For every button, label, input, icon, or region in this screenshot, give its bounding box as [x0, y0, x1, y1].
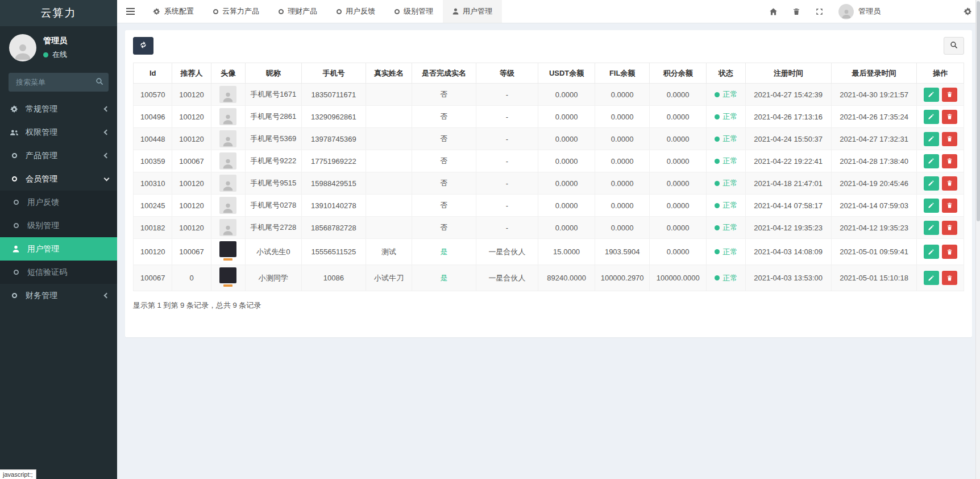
cell-register-time: 2021-04-12 19:35:23: [745, 217, 831, 239]
person-icon: [222, 201, 234, 214]
sidebar-item-user-feedback[interactable]: 用户反馈: [0, 191, 117, 214]
table-row: 100182100120 手机尾号272818568782728否-0.0000…: [134, 217, 964, 239]
refresh-button[interactable]: [133, 37, 153, 55]
row-actions: [924, 221, 957, 235]
cell-verified: 否: [412, 172, 476, 195]
delete-button[interactable]: [942, 154, 957, 168]
cell-referrer: 100120: [172, 128, 211, 150]
cell-register-time: 2021-04-14 07:58:17: [745, 195, 831, 217]
hamburger-menu-icon[interactable]: [117, 0, 143, 23]
table-record-summary: 显示第 1 到第 9 条记录，总共 9 条记录: [133, 300, 964, 311]
sidebar-item-level-management[interactable]: 级别管理: [0, 214, 117, 237]
cell-verified: 否: [412, 217, 476, 239]
edit-button[interactable]: [924, 221, 939, 235]
column-header-status: 状态: [707, 63, 745, 84]
cell-points-balance: 0.0000: [649, 239, 707, 265]
cell-real-name: [366, 128, 412, 150]
column-header-avatar: 头像: [211, 63, 245, 84]
cell-fil-balance: 0.0000: [595, 172, 650, 195]
circle-icon: [9, 153, 20, 158]
edit-button[interactable]: [924, 271, 939, 285]
sidebar-item-product-management[interactable]: 产品管理: [0, 144, 117, 167]
sidebar-submenu-member: 用户反馈 级别管理 用户管理 短信验证码: [0, 191, 117, 284]
cell-phone: 15988429515: [301, 172, 366, 195]
cell-status: 正常: [707, 172, 745, 195]
edit-button[interactable]: [924, 176, 939, 191]
circle-icon: [10, 200, 22, 205]
tab-cloud-power-products[interactable]: 云算力产品: [204, 0, 269, 23]
cell-points-balance: 0.0000: [649, 150, 707, 172]
tab-system-config[interactable]: 系统配置: [143, 0, 204, 23]
sidebar-item-general-management[interactable]: 常规管理: [0, 97, 117, 121]
column-header-fil-balance: FIL余额: [595, 63, 650, 84]
row-actions: [924, 132, 957, 146]
column-header-usdt-balance: USDT余额: [538, 63, 595, 84]
navbar-user-menu[interactable]: 管理员: [838, 4, 881, 19]
tab-user-feedback[interactable]: 用户反馈: [327, 0, 385, 23]
home-icon[interactable]: [769, 7, 778, 16]
delete-button[interactable]: [942, 176, 957, 191]
edit-button[interactable]: [924, 245, 939, 259]
cell-actions: [917, 195, 964, 217]
delete-button[interactable]: [942, 110, 957, 124]
sidebar-user-panel: 管理员 在线: [0, 26, 117, 68]
cell-actions: [917, 172, 964, 195]
delete-button[interactable]: [942, 271, 957, 285]
sidebar-item-permission-management[interactable]: 权限管理: [0, 121, 117, 144]
circle-icon: [9, 293, 20, 298]
fullscreen-icon[interactable]: [815, 7, 824, 16]
sidebar-item-sms-code[interactable]: 短信验证码: [0, 261, 117, 284]
status-label: 正常: [723, 178, 738, 188]
table-row: 100496100120 手机尾号286113290962861否-0.0000…: [134, 106, 964, 128]
sidebar-item-finance-management[interactable]: 财务管理: [0, 284, 117, 307]
user-icon: [10, 245, 22, 253]
cell-points-balance: 100000.0000: [649, 265, 707, 291]
cell-nickname: 小测同学: [246, 265, 302, 291]
status-badge: 正常: [715, 89, 738, 100]
edit-button[interactable]: [924, 199, 939, 213]
edit-button[interactable]: [924, 88, 939, 102]
cell-avatar: [211, 265, 245, 291]
cell-status: 正常: [707, 106, 745, 128]
tab-level-management[interactable]: 级别管理: [385, 0, 443, 23]
status-label: 正常: [723, 112, 738, 122]
sidebar-item-user-management[interactable]: 用户管理: [0, 237, 117, 261]
cell-usdt-balance: 0.0000: [538, 84, 595, 106]
cell-register-time: 2021-04-03 13:53:00: [745, 265, 831, 291]
refresh-icon: [139, 41, 147, 51]
edit-button[interactable]: [924, 154, 939, 168]
sidebar-search-input[interactable]: [9, 73, 109, 92]
status-dot-icon: [715, 92, 720, 97]
table-search-button[interactable]: [944, 37, 964, 55]
sidebar-item-member-management[interactable]: 会员管理: [0, 167, 117, 191]
cell-last-login-time: 2021-05-01 15:10:18: [831, 265, 917, 291]
user-table-card: Id 推荐人 头像 昵称 手机号 真实姓名 是否完成实名 等级 USDT余额 F…: [125, 30, 972, 337]
tab-wealth-products[interactable]: 理财产品: [269, 0, 327, 23]
scrollbar-thumb[interactable]: [977, 1, 980, 221]
cell-level: 一星合伙人: [476, 265, 538, 291]
status-badge: 正常: [715, 134, 738, 144]
cell-status: 正常: [707, 84, 745, 106]
cell-last-login-time: 2021-04-14 07:59:03: [831, 195, 917, 217]
trash-icon[interactable]: [792, 7, 800, 16]
cell-level: -: [476, 150, 538, 172]
cell-fil-balance: 0.0000: [595, 128, 650, 150]
settings-gears-icon[interactable]: [964, 7, 972, 16]
delete-button[interactable]: [942, 245, 957, 259]
user-avatar-placeholder: [219, 130, 236, 147]
status-badge: 正常: [715, 156, 738, 166]
sidebar-item-label: 级别管理: [27, 221, 59, 231]
delete-button[interactable]: [942, 221, 957, 235]
table-row: 100359100067 手机尾号922217751969222否-0.0000…: [134, 150, 964, 172]
delete-button[interactable]: [942, 88, 957, 102]
scrollbar[interactable]: [975, 0, 980, 479]
delete-button[interactable]: [942, 199, 957, 213]
user-avatar-placeholder: [219, 175, 236, 192]
navbar-user-avatar: [838, 4, 854, 19]
delete-button[interactable]: [942, 132, 957, 146]
tab-user-management[interactable]: 用户管理: [443, 0, 502, 23]
edit-button[interactable]: [924, 132, 939, 146]
cell-last-login-time: 2021-04-12 19:35:23: [831, 217, 917, 239]
edit-button[interactable]: [924, 110, 939, 124]
tab-label: 用户反馈: [346, 6, 375, 16]
